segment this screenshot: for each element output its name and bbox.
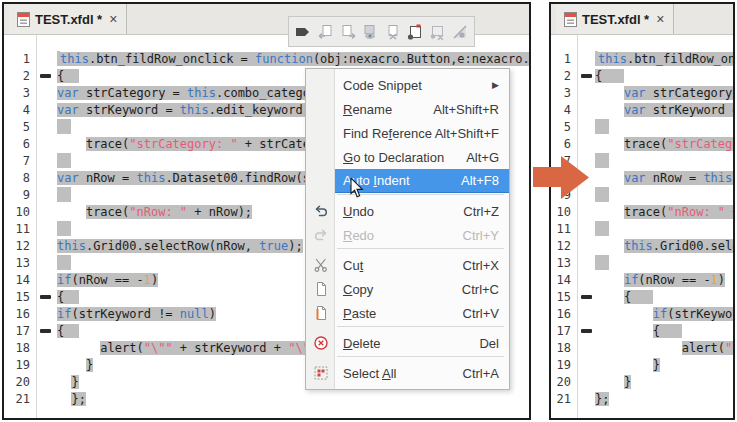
menu-item-delete[interactable]: DeleteDel: [306, 331, 509, 355]
code-line[interactable]: 21 };: [4, 391, 529, 408]
selected-text-span: [57, 154, 71, 168]
menu-item-paste[interactable]: PasteCtrl+V: [306, 301, 509, 325]
code-line[interactable]: 5: [551, 119, 733, 136]
selected-text-span: trace("strCategory: " + strCategory +: [624, 137, 733, 151]
code-token: (nRow == -: [71, 273, 143, 287]
menu-item-cut[interactable]: CutCtrl+X: [306, 253, 509, 277]
code-text: trace("strCategory: " + strCategory +: [595, 136, 733, 153]
code-line[interactable]: 16 if(strKeyword != null): [551, 306, 733, 323]
code-line[interactable]: 1this.btn_fildRow_onclick = function(obj…: [551, 51, 733, 68]
menu-item-body: Find ReferenceAlt+Shift+F: [335, 121, 509, 145]
code-token: );: [288, 239, 302, 253]
code-line[interactable]: 10 trace("nRow: " + nRow);: [551, 204, 733, 221]
menu-item-undo[interactable]: UndoCtrl+Z: [306, 199, 509, 223]
code-token: this: [60, 52, 89, 66]
code-token: .btn_fildRow_onclick =: [627, 52, 733, 66]
code-line[interactable]: 13: [551, 255, 733, 272]
tab-close-icon[interactable]: ×: [656, 12, 664, 26]
line-number: 16: [4, 306, 36, 323]
code-line[interactable]: 14 if(nRow == -1): [551, 272, 733, 289]
code-line[interactable]: 15 {: [551, 289, 733, 306]
line-number: 10: [551, 204, 577, 221]
line-number: 13: [551, 255, 577, 272]
code-token: if: [57, 273, 71, 287]
code-text: if(nRow == -1): [595, 272, 733, 289]
code-line[interactable]: 11: [551, 221, 733, 238]
line-number: 12: [551, 238, 577, 255]
select-all-icon: [306, 361, 335, 385]
selected-text-span: };: [71, 392, 85, 406]
menu-item-body: DeleteDel: [335, 331, 509, 355]
line-number: 19: [4, 357, 36, 374]
code-token: this: [703, 171, 732, 185]
selected-blank-line: [57, 153, 71, 168]
fold-collapse-marker[interactable]: [40, 295, 51, 299]
clear-breakpoints-button[interactable]: [427, 20, 447, 43]
fold-collapse-marker[interactable]: [581, 74, 592, 78]
fold-collapse-marker[interactable]: [581, 295, 592, 299]
selected-text-span: }: [86, 358, 93, 372]
menu-item-rename[interactable]: RenameAlt+Shift+R: [306, 97, 509, 121]
fold-gutter: [577, 272, 595, 289]
code-text: var strKeyword = this.edit_keyword.value…: [595, 102, 733, 119]
menu-item-go-to-declaration[interactable]: Go to DeclarationAlt+G: [306, 145, 509, 169]
code-token: if: [57, 307, 71, 321]
code-token: this: [180, 103, 209, 117]
indent-whitespace: [595, 239, 624, 253]
selected-text-span: [57, 222, 71, 236]
menu-item-redo[interactable]: RedoCtrl+Y: [306, 223, 509, 247]
code-token: trace(: [624, 205, 667, 219]
code-line[interactable]: 18 alert("\"" + strKeyword + "\" not fou…: [551, 340, 733, 357]
indent-whitespace: [595, 273, 624, 287]
code-text: [595, 119, 733, 136]
prev-bookmark-button[interactable]: [315, 20, 335, 43]
menu-item-label: Delete: [343, 336, 381, 351]
code-token: + nRow);: [187, 205, 252, 219]
code-line[interactable]: 19 }: [551, 357, 733, 374]
code-line[interactable]: 2{: [551, 68, 733, 85]
code-token: {: [57, 290, 79, 304]
fold-collapse-marker[interactable]: [40, 329, 51, 333]
menu-item-shortcut: Alt+F8: [461, 173, 499, 188]
code-editor-after[interactable]: 1this.btn_fildRow_onclick = function(obj…: [551, 35, 733, 418]
line-number: 3: [551, 85, 577, 102]
fold-gutter: [577, 221, 595, 238]
fold-collapse-marker[interactable]: [581, 329, 592, 333]
code-line[interactable]: 17 {: [551, 323, 733, 340]
menu-item-code-snippet[interactable]: Code Snippet▶: [306, 73, 509, 97]
clear-bookmarks-button[interactable]: [383, 20, 403, 43]
menu-item-auto-indent[interactable]: Auto IndentAlt+F8: [306, 169, 509, 193]
code-line[interactable]: 21};: [551, 391, 733, 408]
editor-panel-after: TEST.xfdl * × 1this.btn_fildRow_onclick …: [549, 2, 735, 420]
selected-text-span: }: [624, 375, 631, 389]
next-bookmark-button[interactable]: [338, 20, 358, 43]
code-token: this: [136, 171, 165, 185]
code-line[interactable]: 12 this.Grid00.selectRow(nRow, true);: [551, 238, 733, 255]
code-line[interactable]: 1this.btn_fildRow_onclick = function(obj…: [4, 51, 529, 68]
selected-text-span: {: [653, 324, 682, 338]
menu-item-body: Go to DeclarationAlt+G: [335, 145, 509, 169]
indent-whitespace: [57, 341, 100, 355]
menu-icon-slot: [306, 73, 335, 97]
line-number: 4: [4, 102, 36, 119]
code-line[interactable]: 3 var strCategory = this.combo_category.…: [551, 85, 733, 102]
tab-test-xfdl-left[interactable]: TEST.xfdl * ×: [9, 4, 127, 34]
code-text: trace("nRow: " + nRow);: [595, 204, 733, 221]
toggle-breakpoint-button[interactable]: [405, 20, 425, 43]
menu-item-select-all[interactable]: Select AllCtrl+A: [306, 361, 509, 385]
toggle-bookmark-button[interactable]: [293, 20, 313, 43]
code-line[interactable]: 20 }: [551, 374, 733, 391]
menu-item-copy[interactable]: CopyCtrl+C: [306, 277, 509, 301]
selected-text-span: trace("nRow: " + nRow);: [86, 205, 252, 219]
disable-breakpoints-button[interactable]: [450, 20, 470, 43]
code-text: alert("\"" + strKeyword + "\" not found"…: [595, 340, 733, 357]
code-token: this: [598, 52, 627, 66]
code-line[interactable]: 4 var strKeyword = this.edit_keyword.val…: [551, 102, 733, 119]
menu-item-find-reference[interactable]: Find ReferenceAlt+Shift+F: [306, 121, 509, 145]
code-token: {: [595, 69, 624, 83]
fold-collapse-marker[interactable]: [40, 74, 51, 78]
tab-close-icon[interactable]: ×: [109, 12, 117, 26]
tab-test-xfdl-right[interactable]: TEST.xfdl * ×: [556, 4, 674, 34]
show-bookmark-list-button[interactable]: [360, 20, 380, 43]
code-token: true: [259, 239, 288, 253]
